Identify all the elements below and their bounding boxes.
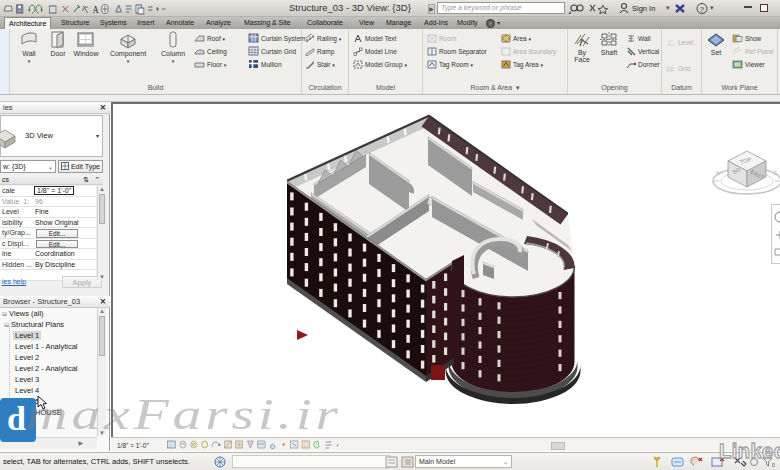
svg-text:W: W [716, 170, 721, 176]
svg-text:‹: ‹ [337, 440, 340, 450]
